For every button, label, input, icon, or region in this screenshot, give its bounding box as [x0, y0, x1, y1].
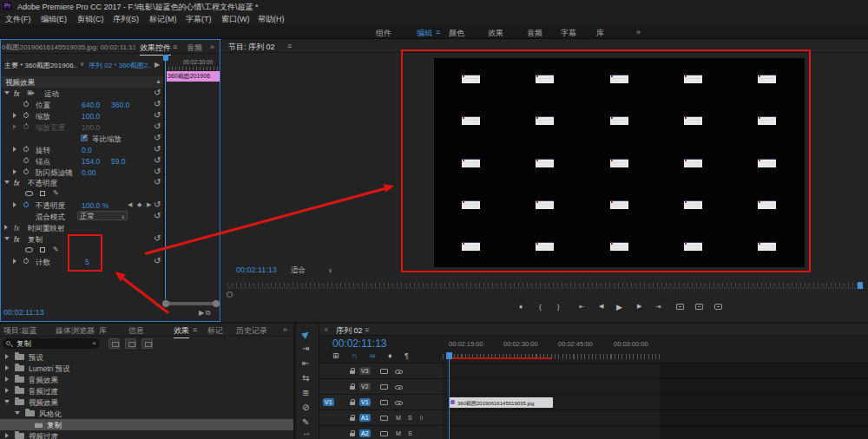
param-anchor-row[interactable]: 锚点 154.0 59.0 ↺ [1, 155, 163, 167]
workspace-libraries[interactable]: 库 [596, 28, 604, 39]
anchor-x-value[interactable]: 154.0 [82, 157, 100, 166]
lock-icon[interactable] [350, 417, 355, 421]
expand-timeremap-icon[interactable] [4, 225, 8, 230]
reset-uniform-scale-icon[interactable]: ↺ [154, 133, 161, 142]
ec-clip-bar[interactable]: 360截图201906 [167, 71, 220, 82]
param-rotation-row[interactable]: 旋转 0.0 ↺ [1, 144, 163, 155]
workspace-color[interactable]: 颜色 [449, 28, 464, 39]
add-marker-icon[interactable]: ♦ [388, 351, 392, 360]
mute-icon[interactable]: M [396, 415, 401, 421]
tree-audio-transitions[interactable]: 音频过渡 [0, 385, 293, 396]
rect-mask-icon[interactable] [40, 247, 45, 252]
expand-icon[interactable] [5, 377, 9, 382]
ellipse-mask-icon[interactable] [25, 191, 33, 196]
tab-program[interactable]: 节目: 序列 02 [228, 42, 275, 53]
timeline-clip[interactable]: 360截图20190616145519035.jpg [449, 397, 553, 408]
tab-effects-menu-icon[interactable]: ≡ [193, 325, 197, 334]
solo-icon[interactable]: S [408, 415, 412, 421]
tab-markers[interactable]: 标记 [207, 325, 223, 337]
reset-scale-width-icon[interactable]: ↺ [154, 121, 161, 131]
sequence-clip-label[interactable]: 序列 02 * 360截图2... [89, 61, 151, 70]
timeline-settings-icon[interactable]: ¶ [404, 351, 409, 360]
pen-mask-icon[interactable]: ✎ [53, 246, 59, 253]
next-keyframe-icon[interactable]: ▶ [147, 201, 151, 208]
stopwatch-scale-icon[interactable] [23, 113, 29, 118]
stopwatch-antiflicker-icon[interactable] [23, 169, 29, 174]
master-clip-dropdown-icon[interactable]: ∨ [80, 61, 84, 68]
track-name-a2[interactable]: A2 [359, 429, 371, 437]
lock-icon[interactable] [350, 402, 355, 405]
source-patch-v1[interactable]: V1 [323, 398, 334, 406]
tab-sequence-menu-icon[interactable]: ≡ [365, 325, 369, 334]
track-output-icon[interactable] [395, 401, 403, 405]
tree-video-effects[interactable]: 视频效果 [0, 396, 293, 408]
sync-lock-icon[interactable] [380, 369, 388, 374]
voiceover-icon[interactable] [420, 416, 423, 420]
tab-overflow-icon[interactable]: » [210, 43, 214, 51]
position-x-value[interactable]: 640.0 [82, 101, 100, 109]
track-header-a2[interactable]: A2 M S [319, 425, 443, 439]
add-marker-icon[interactable]: ♦ [519, 303, 523, 311]
solo-icon[interactable]: S [408, 430, 412, 436]
ec-playhead-line[interactable] [165, 55, 166, 299]
tab-audio-mixer[interactable]: 音频 [187, 43, 202, 54]
reset-opacity-param-icon[interactable]: ↺ [154, 200, 161, 209]
track-output-icon[interactable] [395, 385, 403, 390]
stopwatch-position-icon[interactable] [23, 102, 29, 107]
mute-icon[interactable]: M [396, 430, 401, 436]
expand-icon[interactable] [5, 365, 9, 370]
tab-effect-controls-menu-icon[interactable]: ≡ [173, 43, 177, 51]
track-name-a1[interactable]: A1 [359, 414, 371, 422]
prev-keyframe-icon[interactable]: ◀ [128, 201, 132, 208]
effect-opacity-row[interactable]: fx 不透明度 ↺ [1, 177, 163, 188]
lift-icon[interactable] [676, 304, 684, 310]
param-position-row[interactable]: 位置 640.0 360.0 ↺ [1, 99, 163, 110]
effects-search-box[interactable]: 复制 × [3, 338, 100, 349]
nest-toggle-icon[interactable]: ⊞ [332, 351, 339, 360]
go-to-out-icon[interactable]: ⇥ [655, 303, 661, 311]
tab-source-monitor[interactable]: 0截图20190616145519035.jpg: 00:02:11:13 [2, 43, 135, 52]
stopwatch-rotation-icon[interactable] [23, 147, 29, 152]
track-header-v1[interactable]: V1 V1 [319, 394, 443, 410]
reset-scale-icon[interactable]: ↺ [154, 110, 161, 120]
expand-opacity-icon[interactable] [4, 180, 10, 184]
tab-overflow-icon[interactable]: » [283, 325, 287, 334]
expand-opacity-param-icon[interactable] [13, 202, 16, 207]
expand-scale-icon[interactable] [13, 113, 16, 118]
reset-replicate-icon[interactable]: ↺ [154, 233, 161, 243]
track-header-a1[interactable]: A1 M S [319, 410, 443, 425]
filter-yuv-icon[interactable] [141, 338, 153, 349]
scale-value[interactable]: 100.0 [82, 112, 100, 121]
track-name-v3[interactable]: V3 [359, 367, 371, 375]
master-clip-selector[interactable]: 主要 * 360截图201906... [4, 61, 77, 70]
tab-history[interactable]: 历史记录 [236, 325, 267, 337]
workspace-audio[interactable]: 音频 [527, 28, 542, 39]
uniform-scale-checkbox[interactable] [81, 134, 88, 141]
ec-scrollbar[interactable] [168, 302, 216, 305]
filter-accelerated-icon[interactable] [108, 338, 120, 349]
ellipse-mask-icon[interactable] [25, 247, 33, 252]
play-icon[interactable]: ▶ [616, 303, 622, 311]
export-frame-icon[interactable] [714, 304, 722, 310]
expand-icon[interactable] [5, 388, 9, 393]
ec-scroll-knob-left[interactable] [162, 300, 169, 307]
reset-position-icon[interactable]: ↺ [154, 99, 161, 108]
reset-blendmode-icon[interactable]: ↺ [154, 211, 161, 220]
program-zoom-knob[interactable] [227, 292, 233, 298]
stopwatch-opacity-icon[interactable] [23, 202, 29, 207]
reset-antiflicker-icon[interactable]: ↺ [154, 167, 161, 176]
track-select-tool[interactable]: ⇥ [302, 344, 309, 353]
reset-rotation-icon[interactable]: ↺ [154, 144, 161, 154]
reset-anchor-icon[interactable]: ↺ [154, 155, 161, 165]
param-opacity-row[interactable]: 不透明度 100.0 % ◀ ◆ ▶ ↺ [1, 200, 163, 211]
workspace-assembly[interactable]: 组件 [376, 28, 391, 39]
ec-scroll-knob-right[interactable] [213, 300, 220, 307]
sync-lock-icon[interactable] [380, 400, 388, 405]
play-clip-icon[interactable]: ▶ [155, 61, 160, 69]
rolling-edit-tool[interactable]: ⇆ [302, 373, 309, 383]
mark-in-icon[interactable]: { [539, 303, 542, 311]
tree-replicate-selected[interactable]: 复制 [0, 419, 293, 430]
tree-presets[interactable]: 预设 [0, 351, 293, 363]
expand-icon[interactable] [5, 354, 9, 359]
lock-icon[interactable] [350, 386, 355, 390]
